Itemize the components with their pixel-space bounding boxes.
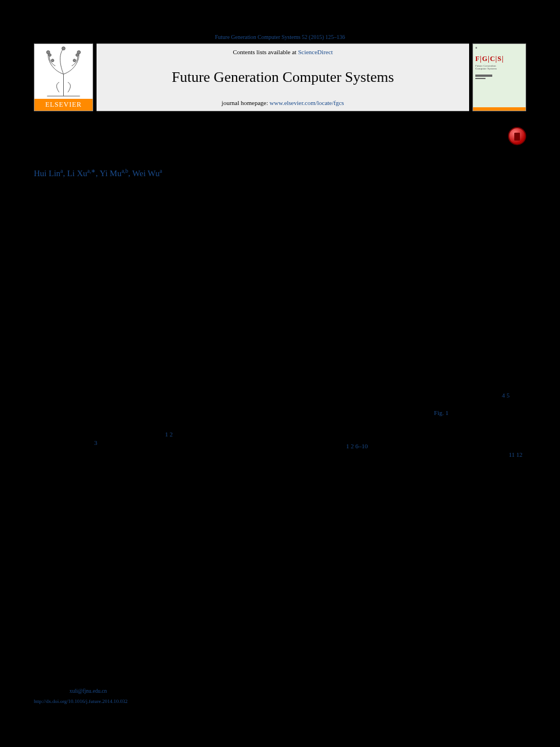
highlight-item: It provides end-to-end security in wirel… bbox=[44, 229, 526, 238]
journal-homepage: journal homepage: www.elsevier.com/locat… bbox=[97, 99, 469, 106]
journal-cover[interactable]: ■ F|G|C|S| Future GenerationComputer Sys… bbox=[473, 43, 526, 111]
email-link[interactable]: xuli@fjnu.edu.cn bbox=[69, 688, 107, 694]
abstract-text: Wireless sensor networks are now in wide… bbox=[169, 276, 526, 339]
svg-point-0 bbox=[46, 51, 50, 54]
ref-link[interactable]: 12 bbox=[517, 451, 523, 458]
svg-point-4 bbox=[76, 54, 78, 56]
corresponding-author: ∗ Corresponding author. bbox=[34, 681, 271, 688]
abstract: A B S T R A C T Wireless sensor networks… bbox=[169, 263, 526, 373]
journal-banner: Contents lists available at ScienceDirec… bbox=[97, 43, 469, 111]
body-paragraph: In recent years, the research of WSNs ha… bbox=[287, 400, 526, 468]
highlights-heading: H I G H L I G H T S bbox=[34, 206, 526, 212]
breadcrumb[interactable]: Future Generation Computer Systems 52 (2… bbox=[34, 34, 526, 40]
keywords: Keywords: Wireless sensor networks Data … bbox=[34, 333, 152, 373]
footnotes: ∗ Corresponding author. E-mail address: … bbox=[34, 678, 271, 711]
abstract-heading: A B S T R A C T bbox=[169, 263, 526, 270]
email: E-mail address: xuli@fjnu.edu.cn (L. Xu)… bbox=[34, 688, 271, 694]
crossmark-icon[interactable] bbox=[508, 127, 526, 145]
authors: Hui Lina, Li Xua,∗, Yi Mua,b, Wei Wua bbox=[34, 168, 526, 178]
article-history: Article history: Received 6 April 2014 R… bbox=[34, 276, 152, 326]
ref-link[interactable]: 6–10 bbox=[355, 443, 368, 449]
elsevier-tree-icon bbox=[34, 44, 93, 99]
author-link[interactable]: Hui Lina bbox=[34, 169, 63, 178]
body-paragraph: Wireless sensor networks (WSNs) are now … bbox=[34, 396, 273, 480]
body-text: 1. Introduction Wireless sensor networks… bbox=[34, 383, 526, 480]
highlight-item: A novel secure and efficient data aggreg… bbox=[44, 220, 526, 229]
elsevier-logo[interactable]: ELSEVIER bbox=[34, 43, 93, 111]
highlight-item: It applies a homomorphic message authent… bbox=[44, 246, 526, 255]
author-link[interactable]: Wei Wua bbox=[132, 169, 162, 178]
footer-rights: 0167-739X/© 2014 Elsevier B.V. All right… bbox=[34, 705, 271, 711]
highlight-item: It applies the stateful public key encry… bbox=[44, 238, 526, 247]
body-paragraph: secure and privacy-preserving fashion. T… bbox=[287, 383, 526, 400]
sciencedirect-link[interactable]: ScienceDirect bbox=[298, 49, 333, 55]
figure-ref[interactable]: Fig. 1 bbox=[434, 409, 449, 416]
homepage-prefix: journal homepage: bbox=[222, 99, 270, 106]
article-title: A secure and efficient aggregation schem… bbox=[34, 125, 501, 158]
article-info: A R T I C L E I N F O Article history: R… bbox=[34, 263, 152, 373]
svg-point-1 bbox=[62, 47, 65, 50]
affiliations: a Fujian Provincial Key Laboratory of Ne… bbox=[34, 181, 526, 197]
svg-point-2 bbox=[77, 51, 81, 54]
journal-header: ELSEVIER Contents lists available at Sci… bbox=[34, 43, 526, 111]
article-info-heading: A R T I C L E I N F O bbox=[34, 263, 152, 270]
author-link[interactable]: Li Xua,∗ bbox=[67, 169, 95, 178]
contents-lists-prefix: Contents lists available at bbox=[233, 49, 298, 55]
section-heading: 1. Introduction bbox=[34, 383, 273, 392]
highlights-list: A novel secure and efficient data aggreg… bbox=[44, 220, 526, 255]
homepage-link[interactable]: www.elsevier.com/locate/fgcs bbox=[270, 99, 344, 106]
journal-title: Future Generation Computer Systems bbox=[97, 69, 469, 86]
fgcs-logo: F|G|C|S| bbox=[475, 55, 523, 63]
author-link[interactable]: Yi Mua,b bbox=[99, 169, 128, 178]
copyright: © 2014 Elsevier B.V. All rights reserved… bbox=[169, 343, 526, 351]
svg-point-5 bbox=[51, 59, 54, 62]
elsevier-label: ELSEVIER bbox=[34, 99, 93, 111]
ref-link[interactable]: 11 bbox=[509, 451, 515, 458]
svg-point-6 bbox=[73, 59, 76, 62]
contents-lists: Contents lists available at ScienceDirec… bbox=[97, 49, 469, 55]
svg-point-3 bbox=[49, 54, 51, 56]
doi-link[interactable]: http://dx.doi.org/10.1016/j.future.2014.… bbox=[34, 698, 128, 704]
